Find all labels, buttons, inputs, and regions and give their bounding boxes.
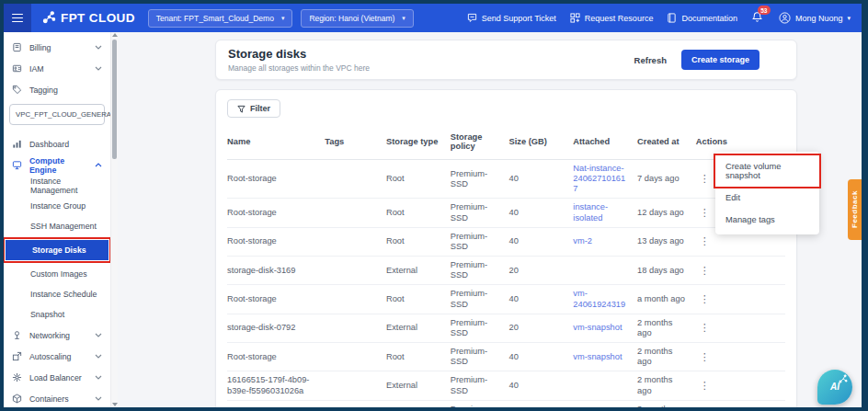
screenshot-frame: FPT CLOUD Tenant: FPT_Smart_Cloud_Demo ▾… [0,0,868,411]
cell-created-at: 2 months ago [637,314,696,342]
row-actions-button[interactable]: ⋮ [696,293,714,305]
page-subtitle: Manage all storages within the VPC here [228,63,370,73]
scrollbar-thumb[interactable] [112,40,117,159]
cell-actions: ⋮ [696,400,785,407]
vpc-selector[interactable]: VPC_FPT_CLOUD_GENERAL [9,104,105,125]
sidebar-label: Autoscaling [29,352,71,361]
sidebar-item-containers[interactable]: Containers [4,388,110,407]
column-header-storage-policy: Storage policy [451,127,509,160]
attached-instance-link[interactable]: Nat-instance-240627101617 [573,164,625,193]
request-resource-link[interactable]: Request Resource [570,13,654,23]
row-actions-button[interactable]: ⋮ [696,207,714,219]
sidebar: Billing IAM Tagging VPC_FPT_CLOUD_GENERA… [4,32,110,407]
cell-name: storage-disk-7694 [227,400,325,407]
scroll-up-arrow[interactable] [112,33,118,37]
filter-button[interactable]: Filter [227,99,280,118]
documentation-link[interactable]: Documentation [667,13,737,23]
cell-size: 20 [509,400,574,407]
user-name: Mong Nuong [795,14,843,23]
sidebar-item-storage-disks[interactable]: Storage Disks [6,240,108,260]
attached-instance-link[interactable]: vm-snapshot [573,323,622,332]
sidebar-item-networking[interactable]: Networking [4,325,110,346]
attached-instance-link[interactable]: instance-isolated [573,202,608,222]
row-actions-button[interactable]: ⋮ [696,380,714,392]
sidebar-item-iam[interactable]: IAM [4,58,110,79]
sidebar-item-load-balancer[interactable]: Load Balancer [4,367,110,388]
sidebar-item-custom-images[interactable]: Custom Images [4,264,110,284]
create-storage-button[interactable]: Create storage [681,50,760,70]
sidebar-item-billing[interactable]: Billing [4,37,110,58]
context-menu-item-create-volume-snapshot[interactable]: Create volume snapshot [715,155,819,187]
cell-created-at: 7 days ago [637,160,696,199]
chevron-down-icon [95,66,102,71]
sidebar-item-instance-schedule[interactable]: Instance Schedule [4,284,110,304]
cell-created-at: 3 months ago [637,400,696,407]
cell-size: 40 [509,343,574,371]
cell-tags [325,285,386,314]
row-actions-button[interactable]: ⋮ [696,351,714,363]
notifications-button[interactable]: 53 [751,11,763,25]
vpc-selector-value: VPC_FPT_CLOUD_GENERAL [16,110,110,119]
row-actions-button[interactable]: ⋮ [696,265,714,277]
context-menu-item-edit[interactable]: Edit [715,187,819,209]
cell-tags [325,314,386,342]
cell-tags [325,400,386,407]
user-menu[interactable]: Mong Nuong ▾ [779,12,851,24]
row-actions-context-menu: Create volume snapshotEditManage tags [715,152,819,234]
tenant-selector[interactable]: Tenant: FPT_Smart_Cloud_Demo ▾ [148,9,293,28]
cell-name: Root-storage [227,199,325,227]
context-menu-item-manage-tags[interactable]: Manage tags [715,209,819,231]
ai-assistant-button[interactable]: AI [817,370,852,405]
molecule-icon [839,374,848,383]
row-actions-button[interactable]: ⋮ [696,173,714,185]
cell-storage-type: External [386,400,451,407]
attached-instance-link[interactable]: vm-24061924319 [573,289,625,308]
sidebar-item-dashboard[interactable]: Dashboard [4,133,110,154]
filter-icon [237,105,246,113]
sidebar-item-autoscaling[interactable]: Autoscaling [4,346,110,367]
chevron-down-icon: ▾ [281,15,285,22]
cell-size: 40 [509,199,574,227]
menu-toggle-button[interactable] [4,4,31,32]
cell-actions: ⋮ [696,343,785,371]
cell-size: 20 [509,257,574,285]
table-row: storage-disk-7694ExternalPremium-SSD203 … [227,400,785,407]
region-label: Region: Hanoi (Vietnam) [309,14,394,23]
sidebar-scrollbar [110,32,118,407]
cell-attached: vm-24061924319 [573,285,637,314]
attached-instance-link[interactable]: vm-2 [573,236,592,245]
sidebar-item-ssh-management[interactable]: SSH Management [4,216,110,236]
sidebar-item-compute-engine[interactable]: Compute Engine [4,154,110,176]
feedback-tab[interactable]: Feedback [848,179,862,240]
attached-instance-link[interactable]: vm-snapshot [573,352,622,361]
documentation-icon [667,13,677,23]
table-row: storage-disk-0792ExternalPremium-SSD20vm… [227,314,785,342]
cell-storage-policy: Premium-SSD [451,343,509,371]
cell-tags [325,227,386,256]
cell-name: Root-storage [227,343,325,371]
sidebar-item-instance-management[interactable]: Instance Management [4,176,110,196]
scroll-down-arrow[interactable] [112,403,118,406]
row-actions-button[interactable]: ⋮ [696,235,714,247]
sidebar-item-tagging[interactable]: Tagging [4,79,110,100]
cell-attached [573,400,637,407]
page-header-actions: Refresh Create storage [634,50,760,70]
notification-badge: 53 [758,6,771,15]
region-selector[interactable]: Region: Hanoi (Vietnam) ▾ [301,9,413,28]
sidebar-item-instance-group[interactable]: Instance Group [4,196,110,216]
cell-attached [573,371,637,400]
refresh-button[interactable]: Refresh [634,55,667,65]
table-header: Name Tags Storage type Storage policy Si… [227,127,785,160]
sidebar-label: Compute Engine [29,156,87,175]
cell-actions: ⋮ [696,285,785,314]
sidebar-item-snapshot[interactable]: Snapshot [4,304,110,325]
page-header-card: Storage disks Manage all storages within… [215,40,797,80]
table-row: Root-storageRootPremium-SSD40vm-24061924… [227,285,785,314]
row-actions-button[interactable]: ⋮ [696,322,714,334]
cell-tags [325,199,386,227]
storage-table-card: Filter Name Tags Storage type Storage po… [215,89,797,407]
cell-storage-policy: Premium-SSD [451,400,509,407]
cell-storage-type: External [386,257,451,285]
cell-attached: vm-2 [573,227,637,256]
send-support-ticket-link[interactable]: Send Support Ticket [467,13,556,23]
